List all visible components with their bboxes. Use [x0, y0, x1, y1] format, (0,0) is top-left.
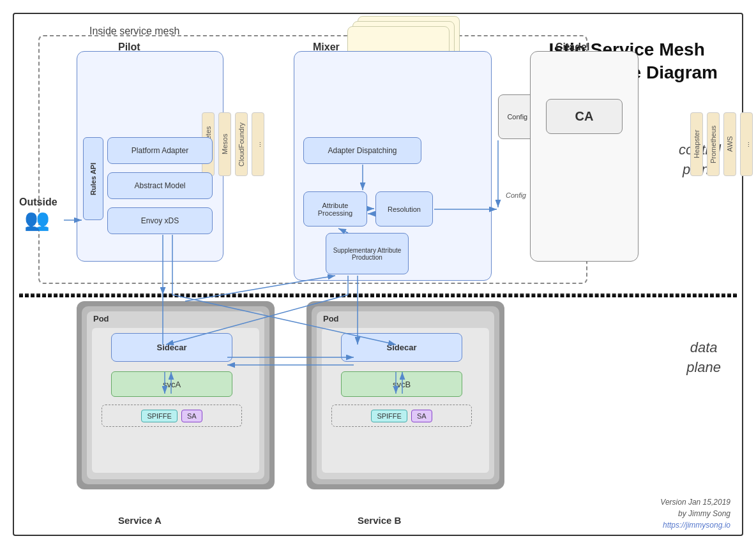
mixer-adapter-labels: Heapster Prometheus AWS ...: [690, 112, 753, 208]
service-b-sa-badge: SA: [411, 410, 432, 422]
service-a-pod-inner: Sidecar svcA SPIFFE SA: [92, 328, 259, 473]
sidecar-b-box: Sidecar: [341, 333, 462, 362]
service-b-inner: Pod Sidecar svcB SPIFFE SA: [312, 306, 499, 484]
service-b-outer: Pod Sidecar svcB SPIFFE SA: [306, 301, 504, 489]
service-a-spiffe-badge: SPIFFE: [141, 410, 178, 422]
people-icon: 👥: [24, 207, 50, 232]
ca-box: CA: [546, 99, 623, 134]
service-b-security-box: SPIFFE SA: [331, 405, 472, 427]
mixer-adapter-aws: AWS: [723, 112, 736, 176]
rules-api-box: Rules API: [83, 137, 103, 220]
platform-adapter-box: Platform Adapter: [107, 137, 213, 164]
service-b-pod-label: Pod: [323, 314, 339, 323]
service-a-label: Service A: [118, 515, 162, 526]
version-line1: Version Jan 15,2019: [660, 496, 730, 508]
mixer-adapter-prometheus: Prometheus: [707, 112, 720, 176]
service-a-outer: Pod Sidecar svcA SPIFFE SA: [77, 301, 275, 489]
mixer-adapter-heapster: Heapster: [690, 112, 703, 176]
version-line3: https://jimmysong.io: [660, 519, 730, 531]
service-a-inner: Pod Sidecar svcA SPIFFE SA: [82, 306, 269, 484]
service-b-pod-inner: Sidecar svcB SPIFFE SA: [322, 328, 489, 473]
data-plane-label: dataplane: [686, 338, 721, 378]
service-a-pod-label: Pod: [93, 314, 109, 323]
version-line2: by Jimmy Song: [660, 508, 730, 519]
resolution-box: Resolution: [375, 191, 433, 227]
plane-separator: [19, 294, 737, 297]
svca-box: svcA: [111, 371, 232, 397]
outside-label: Outside: [19, 197, 57, 208]
abstract-model-box: Abstract Model: [107, 172, 213, 199]
sidecar-a-box: Sidecar: [111, 333, 232, 362]
attribute-processing-box: Attribute Processing: [303, 191, 367, 227]
envoy-xds-box: Envoy xDS: [107, 207, 213, 234]
svcb-box: svcB: [341, 371, 462, 397]
service-b-pod-box: Pod Sidecar svcB SPIFFE SA: [317, 311, 494, 479]
citadel-box: [530, 51, 639, 262]
service-a-pod-box: Pod Sidecar svcA SPIFFE SA: [87, 311, 264, 479]
service-a-security-box: SPIFFE SA: [102, 405, 242, 427]
pilot-adapter-dots: ...: [252, 112, 264, 176]
pilot-adapter-mesos: Mesos: [218, 112, 231, 176]
service-a-sa-badge: SA: [181, 410, 202, 422]
version-info: Version Jan 15,2019 by Jimmy Song https:…: [660, 496, 730, 531]
service-b-label: Service B: [358, 515, 401, 526]
mixer-adapter-dots: ...: [740, 112, 753, 176]
diagram: Istio Service Mesh Architecture Diagram …: [0, 0, 756, 550]
supplementary-attr-box: Supplementary Attribute Production: [326, 233, 409, 274]
pilot-adapter-cf: CloudFoundry: [235, 112, 248, 176]
service-b-spiffe-badge: SPIFFE: [371, 410, 407, 422]
adapter-dispatching-box: Adapter Dispatching: [303, 137, 421, 164]
